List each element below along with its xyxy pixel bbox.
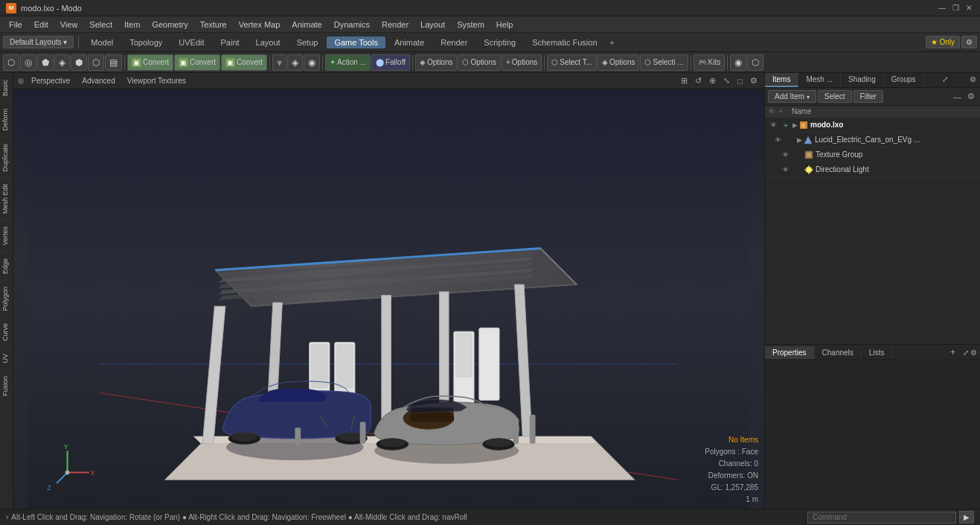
tab-scripting[interactable]: Scripting [476, 36, 523, 48]
eye-texture[interactable]: 👁 [780, 150, 790, 160]
tree-item-texture[interactable]: 👁 Texture Group [765, 147, 980, 162]
kits-btn[interactable]: 🎮 Kits [694, 54, 726, 71]
menu-select[interactable]: Select [83, 19, 118, 31]
eye-dirlight[interactable]: 👁 [780, 165, 790, 175]
default-layouts-btn[interactable]: Default Layouts ▾ [3, 36, 74, 48]
sidebar-curve[interactable]: Curve [0, 316, 13, 347]
menu-view[interactable]: View [54, 19, 84, 31]
menu-vertexmap[interactable]: Vertex Map [233, 19, 286, 31]
tab-render[interactable]: Render [433, 36, 475, 48]
eye-lucid[interactable]: 👁 [772, 135, 783, 145]
vp-tab-perspective[interactable]: Perspective [27, 75, 74, 86]
status-arrow[interactable]: › [6, 513, 8, 521]
viewport-canvas[interactable]: X Y Z No Items Polygons : Face Channels:… [13, 89, 764, 509]
menu-edit[interactable]: Edit [28, 19, 54, 31]
sidebar-edge[interactable]: Edge [0, 252, 13, 280]
sidebar-fusion[interactable]: Fusion [0, 369, 13, 402]
add-tab-btn[interactable]: + [606, 36, 618, 48]
settings-btn[interactable]: ⚙ [961, 36, 977, 48]
options-btn-1[interactable]: ◈ Options [415, 54, 457, 71]
menu-dynamics[interactable]: Dynamics [328, 19, 376, 31]
tool-icon-a[interactable]: ◈ [287, 54, 303, 71]
tab-paint[interactable]: Paint [214, 36, 247, 48]
menu-help[interactable]: Help [490, 19, 519, 31]
menu-render[interactable]: Render [376, 19, 414, 31]
prop-settings-icon[interactable]: ⚙ [970, 349, 977, 357]
tab-layout[interactable]: Layout [249, 36, 288, 48]
convert-btn-1[interactable]: ▣ Convert [127, 54, 173, 71]
tool-icon-b[interactable]: ◉ [304, 54, 320, 71]
prop-tab-lists[interactable]: Lists [862, 346, 893, 359]
filter-btn[interactable]: Filter [854, 90, 883, 103]
menu-file[interactable]: File [3, 19, 28, 31]
tab-animate[interactable]: Animate [387, 36, 432, 48]
menu-layout[interactable]: Layout [414, 19, 451, 31]
tool-select-2[interactable]: ◎ [20, 54, 36, 71]
items-tab-groups[interactable]: Groups [884, 73, 924, 87]
minimize-btn[interactable]: — [937, 3, 947, 13]
convert-btn-3[interactable]: ▣ Convert [221, 54, 267, 71]
items-minus-btn[interactable]: — [951, 91, 964, 103]
sidebar-basic[interactable]: Basic [0, 73, 13, 102]
selecti-btn[interactable]: ⬡ Selecti ... [640, 54, 688, 71]
menu-system[interactable]: System [451, 19, 490, 31]
tool-select-4[interactable]: ◈ [54, 54, 70, 71]
sidebar-vertex[interactable]: Vertex [0, 220, 13, 252]
prop-expand-icon[interactable]: ⤢ [963, 349, 969, 357]
menu-texture[interactable]: Texture [194, 19, 233, 31]
dropdown-btn-1[interactable]: ▾ [272, 54, 286, 71]
select-t-btn[interactable]: ⬡ Select T... [547, 54, 597, 71]
select-btn[interactable]: Select [818, 90, 852, 103]
menu-item[interactable]: Item [118, 19, 146, 31]
prop-tab-channels[interactable]: Channels [815, 346, 862, 359]
vp-tab-viewport-textures[interactable]: Viewport Textures [123, 75, 190, 86]
sidebar-uv[interactable]: UV [0, 347, 13, 369]
tab-uvedit[interactable]: UVEdit [171, 36, 211, 48]
viewport-dot[interactable] [18, 78, 24, 84]
plus-root[interactable]: + [781, 120, 791, 130]
tool-select-7[interactable]: ▤ [105, 54, 122, 71]
sidebar-polygon[interactable]: Polygon [0, 280, 13, 317]
options-btn-3[interactable]: + Options [502, 54, 542, 71]
tool-select-6[interactable]: ⬡ [88, 54, 104, 71]
sidebar-mesh-edit[interactable]: Mesh Edit [0, 177, 13, 220]
viewport-box[interactable]: □ [735, 77, 745, 86]
menu-geometry[interactable]: Geometry [146, 19, 193, 31]
tool-select-3[interactable]: ⬟ [37, 54, 54, 71]
panel-expand-btn[interactable]: ⤢ [938, 73, 952, 87]
vp-tab-advanced[interactable]: Advanced [77, 75, 119, 86]
tab-model[interactable]: Model [83, 36, 121, 48]
render-icon-1[interactable]: ◉ [730, 54, 746, 71]
tab-setup[interactable]: Setup [289, 36, 326, 48]
command-input[interactable] [807, 512, 956, 524]
viewport-rotate[interactable]: ↺ [693, 76, 704, 86]
command-run-btn[interactable]: ▶ [959, 511, 974, 524]
tab-game-tools[interactable]: Game Tools [327, 36, 385, 48]
titlebar-controls[interactable]: — ❐ ✕ [937, 3, 974, 13]
items-filter-icon[interactable]: ⚙ [965, 90, 977, 103]
tree-item-root[interactable]: 👁 + ▶ S modo.lxo [765, 118, 980, 133]
arrow-lucid[interactable]: ▶ [797, 136, 802, 144]
sidebar-deform[interactable]: Deform [0, 102, 13, 137]
convert-btn-2[interactable]: ▣ Convert [174, 54, 220, 71]
items-tab-mesh[interactable]: Mesh ... [798, 73, 841, 87]
star-only-btn[interactable]: ★ Only [926, 36, 960, 48]
items-tab-items[interactable]: Items [765, 73, 798, 87]
tab-topology[interactable]: Topology [122, 36, 170, 48]
tool-select-5[interactable]: ⬢ [71, 54, 87, 71]
tree-item-dirlight[interactable]: 👁 Directional Light [765, 162, 980, 177]
maximize-btn[interactable]: ❐ [950, 3, 961, 13]
tree-item-lucid[interactable]: 👁 ▶ Lucid_Electric_Cars_on_EVg ... [765, 133, 980, 147]
render-icon-2[interactable]: ⬡ [747, 54, 763, 71]
add-item-btn[interactable]: Add Item ▾ [768, 90, 816, 103]
options-main-btn[interactable]: ◈ Options [598, 54, 639, 71]
sidebar-duplicate[interactable]: Duplicate [0, 137, 13, 178]
panel-settings-btn[interactable]: ⚙ [966, 73, 980, 87]
options-btn-2[interactable]: ⬡ Options [458, 54, 500, 71]
viewport-fit[interactable]: ⤡ [721, 76, 732, 86]
action-btn[interactable]: ✦ Action ... [325, 54, 371, 71]
menu-animate[interactable]: Animate [286, 19, 327, 31]
prop-tab-properties[interactable]: Properties [765, 346, 815, 359]
close-btn[interactable]: ✕ [964, 3, 974, 13]
tab-schematic-fusion[interactable]: Schematic Fusion [525, 36, 604, 48]
